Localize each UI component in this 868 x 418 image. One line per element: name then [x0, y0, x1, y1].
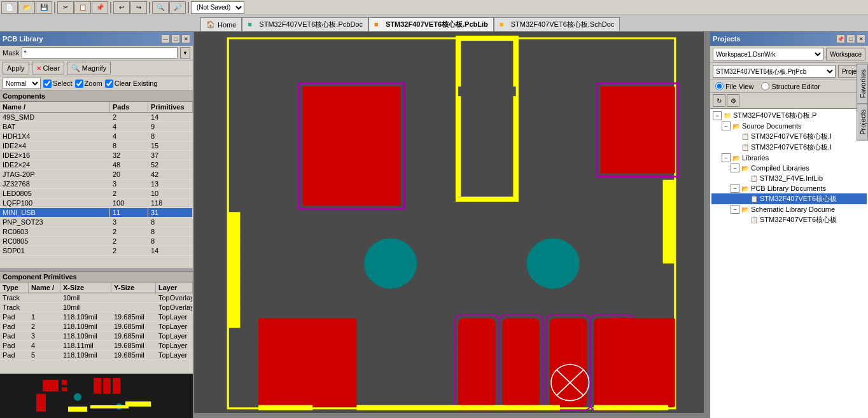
- tree-item[interactable]: −📂PCB Library Documents: [711, 183, 867, 193]
- mask-input[interactable]: [22, 47, 178, 59]
- clear-button[interactable]: ✕ Clear: [32, 62, 64, 74]
- cut-button[interactable]: ✂: [57, 1, 74, 14]
- tree-toggle[interactable]: −: [722, 122, 731, 130]
- right-panel: Projects 📌 □ ✕ Workspace1.DsnWrk Workspa…: [709, 32, 868, 418]
- clear-existing-checkbox-label[interactable]: Clear Existing: [105, 80, 158, 88]
- paste-button[interactable]: 📌: [92, 1, 108, 14]
- table-row[interactable]: IDE2×16 32 37: [0, 151, 193, 160]
- sort-indicator: /: [24, 103, 25, 111]
- tab-pcblib[interactable]: ■ STM32F407VET6核心板.PcbLib: [368, 17, 494, 31]
- tree-item[interactable]: −📁STM32F407VET6核心板.P: [711, 110, 867, 121]
- right-panel-pin-button[interactable]: 📌: [836, 34, 845, 43]
- structure-editor-radio[interactable]: [761, 82, 769, 90]
- panel-close-button[interactable]: ✕: [181, 34, 190, 43]
- canvas-scrollbar-h[interactable]: [194, 413, 709, 418]
- tree-item[interactable]: 📋STM32F407VET6核心板.I: [711, 131, 867, 142]
- tab-schdoc[interactable]: ■ STM32F407VET6核心板.SchDoc: [494, 17, 620, 31]
- zoom-in-button[interactable]: 🔍: [152, 1, 169, 14]
- list-item[interactable]: Track 10mil TopOverlay: [0, 293, 193, 303]
- apply-button[interactable]: Apply: [3, 62, 29, 74]
- list-item[interactable]: Track 10mil TopOverlay: [0, 303, 193, 312]
- tree-item[interactable]: 📋STM32F407VET6核心板.I: [711, 142, 867, 153]
- redo-button[interactable]: ↪: [130, 1, 147, 14]
- panel-minimize-button[interactable]: —: [161, 34, 170, 43]
- table-row[interactable]: JZ32768 3 13: [0, 179, 193, 189]
- undo-button[interactable]: ↩: [113, 1, 130, 14]
- table-row[interactable]: PNP_SOT23 3 8: [0, 218, 193, 227]
- structure-editor-radio-label[interactable]: Structure Editor: [761, 82, 820, 90]
- tab-home[interactable]: 🏠 Home: [200, 17, 242, 31]
- comp-primitives: 15: [148, 141, 193, 150]
- table-row[interactable]: RC0603 2 8: [0, 227, 193, 237]
- tree-item[interactable]: 📋STM32_F4VE.IntLib: [711, 173, 867, 183]
- tree-item[interactable]: −📂Compiled Libraries: [711, 163, 867, 173]
- prim-col-xsize[interactable]: X-Size: [60, 282, 111, 293]
- copy-button[interactable]: 📋: [74, 1, 91, 14]
- table-row[interactable]: JTAG-20P 20 42: [0, 170, 193, 179]
- tree-item[interactable]: −📂Source Documents: [711, 121, 867, 131]
- table-row[interactable]: 49S_SMD 2 14: [0, 113, 193, 122]
- file-view-radio-label[interactable]: File View: [715, 82, 753, 90]
- file-selector[interactable]: (Not Saved): [191, 1, 244, 14]
- settings-button[interactable]: ⚙: [727, 94, 739, 107]
- clear-existing-checkbox[interactable]: [105, 80, 113, 88]
- tree-item[interactable]: 📋STM32F407VET6核心板: [711, 214, 867, 225]
- prim-col-type[interactable]: Type: [0, 282, 29, 293]
- workspace-dropdown[interactable]: Workspace1.DsnWrk: [713, 48, 823, 60]
- panel-float-button[interactable]: □: [171, 34, 180, 43]
- save-button[interactable]: 💾: [36, 1, 52, 14]
- table-row[interactable]: LED0805 2 10: [0, 189, 193, 199]
- workspace-button[interactable]: Workspace: [826, 48, 865, 60]
- zoom-checkbox[interactable]: [75, 80, 83, 88]
- tree-item[interactable]: −📂Schematic Library Docume: [711, 204, 867, 214]
- tab-schdoc-label: STM32F407VET6核心板.SchDoc: [511, 20, 615, 29]
- projects-tab[interactable]: Projects: [857, 104, 868, 141]
- prim-layer: TopLayer: [156, 351, 193, 359]
- select-checkbox[interactable]: [43, 80, 52, 88]
- tree-toggle[interactable]: −: [731, 205, 739, 214]
- prim-col-name[interactable]: Name /: [29, 282, 60, 293]
- col-name[interactable]: Name /: [0, 102, 110, 112]
- table-row[interactable]: RC0805 2 8: [0, 237, 193, 246]
- tree-item[interactable]: −📂Libraries: [711, 153, 867, 163]
- prim-col-layer[interactable]: Layer: [156, 282, 193, 293]
- list-item[interactable]: Pad 2 118.109mil 19.685mil TopLayer: [0, 322, 193, 331]
- magnify-button[interactable]: 🔍 Magnify: [67, 62, 111, 74]
- zoom-checkbox-label[interactable]: Zoom: [75, 80, 102, 88]
- table-row[interactable]: IDE2×4 8 15: [0, 141, 193, 151]
- tree-toggle[interactable]: −: [731, 164, 739, 172]
- refresh-button[interactable]: ↻: [713, 94, 725, 107]
- canvas-scrollbar-v[interactable]: [704, 32, 709, 413]
- mask-dropdown-button[interactable]: ▼: [180, 47, 190, 59]
- prim-col-ysize[interactable]: Y-Size: [111, 282, 156, 293]
- tree-toggle[interactable]: −: [722, 153, 731, 162]
- list-item[interactable]: Pad 1 118.109mil 19.685mil TopLayer: [0, 312, 193, 322]
- table-row[interactable]: LQFP100 100 118: [0, 199, 193, 208]
- prim-ysize: 19.685mil: [111, 341, 156, 350]
- table-row[interactable]: BAT 4 9: [0, 122, 193, 132]
- tab-pcbdoc-label: STM32F407VET6核心板.PcbDoc: [259, 20, 363, 29]
- favorites-tab[interactable]: Favorites: [857, 64, 868, 104]
- table-row[interactable]: MINI_USB 11 31: [0, 208, 193, 218]
- project-dropdown[interactable]: STM32F407VET6核心板.PrjPcb: [713, 65, 836, 78]
- tab-pcbdoc[interactable]: ■ STM32F407VET6核心板.PcbDoc: [242, 17, 368, 31]
- tree-item[interactable]: 📋STM32F407VET6核心板: [711, 193, 867, 204]
- zoom-out-button[interactable]: 🔎: [169, 1, 186, 14]
- list-item[interactable]: Pad 4 118.11mil 19.685mil TopLayer: [0, 341, 193, 351]
- table-row[interactable]: IDE2×24 48 52: [0, 160, 193, 170]
- file-view-radio[interactable]: [715, 82, 724, 90]
- list-item[interactable]: Pad 3 118.109mil 19.685mil TopLayer: [0, 331, 193, 341]
- tree-toggle[interactable]: −: [731, 184, 739, 193]
- table-row[interactable]: SDP01 2 14: [0, 246, 193, 256]
- table-row[interactable]: HDR1X4 4 8: [0, 132, 193, 141]
- col-primitives[interactable]: Primitives: [148, 102, 193, 112]
- open-button[interactable]: 📂: [18, 1, 35, 14]
- right-panel-float-button[interactable]: □: [846, 34, 855, 43]
- list-item[interactable]: Pad 5 118.109mil 19.685mil TopLayer: [0, 351, 193, 360]
- col-pads[interactable]: Pads: [110, 102, 148, 112]
- new-button[interactable]: 📄: [1, 1, 18, 14]
- right-panel-close-button[interactable]: ✕: [857, 34, 865, 43]
- tree-toggle[interactable]: −: [713, 111, 722, 120]
- select-checkbox-label[interactable]: Select: [43, 80, 73, 88]
- normal-select[interactable]: Normal: [3, 78, 41, 89]
